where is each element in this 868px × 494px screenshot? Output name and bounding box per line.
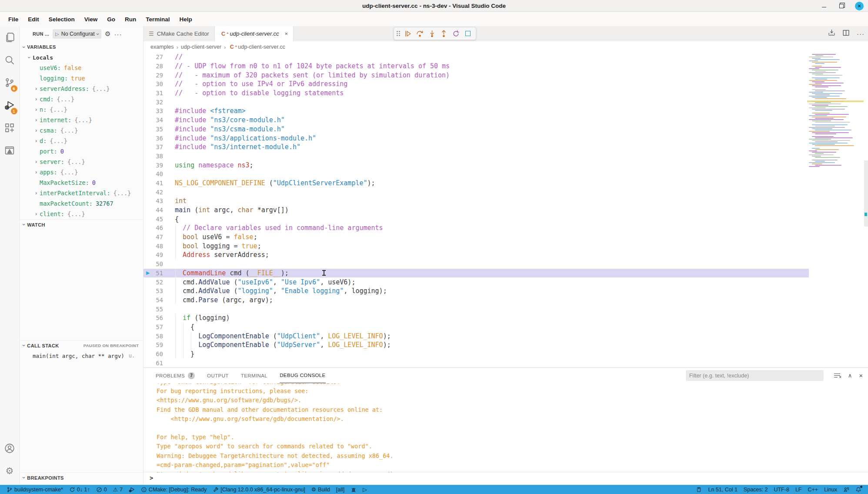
variable-internet[interactable]: ›internet:{...}	[20, 115, 143, 125]
variable-useV6[interactable]: useV6:false	[20, 63, 143, 73]
variables-section-header[interactable]: › VARIABLES	[20, 42, 143, 52]
gutter[interactable]: 59	[144, 340, 175, 350]
breadcrumb-item[interactable]: udp-client-server.cc	[238, 44, 285, 50]
code-area[interactable]: 27//28// - UDP flow from n0 to n1 of 102…	[144, 53, 868, 367]
gutter[interactable]: 49	[144, 250, 175, 260]
variable-n[interactable]: ›n:{...}	[20, 104, 143, 115]
info-item[interactable]: CMake: [Debug]: Ready	[138, 485, 210, 494]
variable-MaxPacketSize[interactable]: MaxPacketSize:0	[20, 177, 143, 188]
code-line[interactable]: 45{	[144, 214, 809, 224]
gutter[interactable]: 46	[144, 224, 175, 233]
more-actions-icon[interactable]: ···	[114, 30, 122, 38]
gutter[interactable]: 31	[144, 89, 175, 98]
maximize-panel-icon[interactable]: ∧	[848, 372, 852, 379]
menu-selection[interactable]: Selection	[45, 14, 79, 24]
gutter[interactable]: 50	[144, 260, 175, 269]
gutter[interactable]: 29	[144, 70, 175, 80]
error-item[interactable]: 0	[93, 485, 110, 494]
console-filter-input[interactable]: Filter (e.g. text, !exclude)	[686, 370, 824, 381]
status-ln-51-col-1[interactable]: Ln 51, Col 1	[705, 485, 740, 494]
panel-tab-output[interactable]: OUTPUT	[207, 368, 229, 383]
code-line[interactable]: 28// - UDP flow from n0 to n1 of 1024 by…	[144, 62, 809, 71]
gutter[interactable]: 55	[144, 304, 175, 314]
step-over-icon[interactable]	[415, 28, 425, 39]
close-panel-icon[interactable]: ×	[859, 372, 863, 379]
code-line[interactable]: 56 if (logging)	[144, 314, 809, 323]
code-line[interactable]: 57 {	[144, 323, 809, 332]
variable-client[interactable]: ›client:{...}	[20, 209, 143, 219]
code-line[interactable]: 47 bool useV6 = false;	[144, 233, 809, 242]
split-editor-icon[interactable]	[842, 29, 850, 38]
gutter[interactable]: 58	[144, 331, 175, 340]
code-line[interactable]: 43int	[144, 197, 809, 206]
stop-icon[interactable]	[463, 28, 473, 39]
activity-extensions-icon[interactable]	[0, 117, 20, 139]
gutter[interactable]: 35	[144, 125, 175, 134]
code-line[interactable]: 40	[144, 170, 809, 179]
gutter[interactable]: 60	[144, 350, 175, 359]
gutter[interactable]: 40	[144, 170, 175, 179]
variable-cmd[interactable]: ›cmd:{...}	[20, 94, 143, 104]
activity-settings-gear-icon[interactable]: ⚙	[0, 460, 20, 482]
code-line[interactable]: 36#include "ns3/applications-module.h"	[144, 134, 809, 143]
code-line[interactable]: 61	[144, 358, 809, 367]
gutter[interactable]: 47	[144, 233, 175, 242]
menu-help[interactable]: Help	[176, 14, 196, 24]
step-into-icon[interactable]	[427, 28, 437, 39]
gutter[interactable]: 43	[144, 197, 175, 206]
scope-locals[interactable]: › Locals	[20, 52, 143, 63]
play-icon[interactable]: ▷	[360, 485, 370, 494]
minimap[interactable]	[809, 53, 862, 169]
code-line[interactable]: 53 cmd.AddValue ("logging", "Enable logg…	[144, 287, 809, 296]
gutter[interactable]: 44	[144, 206, 175, 215]
code-line[interactable]: 29// - maximum of 320 packets sent (or l…	[144, 70, 809, 80]
variable-d[interactable]: ›d:{...}	[20, 136, 143, 146]
status--all-[interactable]: [all]	[333, 485, 347, 494]
code-line[interactable]: 50	[144, 260, 809, 269]
package-icon[interactable]	[693, 485, 705, 494]
code-line[interactable]: 55	[144, 304, 809, 314]
panel-tab-problems[interactable]: PROBLEMS7	[156, 368, 195, 383]
code-line[interactable]: 59 LogComponentEnable ("UdpServer", LOG_…	[144, 340, 809, 350]
breadcrumb-item[interactable]: examples	[150, 44, 174, 50]
code-line[interactable]: 41NS_LOG_COMPONENT_DEFINE ("UdpClientSer…	[144, 179, 809, 188]
code-line[interactable]: 49 Address serverAddress;	[144, 250, 809, 260]
code-line[interactable]: 38	[144, 152, 809, 161]
code-line[interactable]: 39using namespace ns3;	[144, 160, 809, 170]
feedback-icon[interactable]	[840, 485, 852, 494]
code-line[interactable]: 30// - option to use IPv4 or IPv6 addres…	[144, 80, 809, 89]
stack-frame[interactable]: main(int argc, char ** argv) u.	[20, 350, 143, 361]
desktop-download-icon[interactable]	[828, 29, 835, 38]
code-line[interactable]: 35#include "ns3/csma-module.h"	[144, 125, 809, 134]
editor-scrollbar[interactable]	[864, 160, 868, 227]
code-line[interactable]: 31// - option to disable logging stateme…	[144, 89, 809, 98]
restart-icon[interactable]	[451, 28, 461, 39]
code-line[interactable]: 32	[144, 97, 809, 107]
gear-icon[interactable]: ⚙	[105, 30, 110, 38]
variable-csma[interactable]: ›csma:{...}	[20, 125, 143, 136]
breadcrumb[interactable]: examples›udp-client-server›Cudp-client-s…	[144, 41, 868, 53]
activity-search-icon[interactable]	[0, 49, 20, 71]
gutter[interactable]: 48	[144, 241, 175, 250]
gutter[interactable]: ▶51	[144, 269, 175, 278]
code-line[interactable]: 34#include "ns3/core-module.h"	[144, 116, 809, 125]
start-debug-icon[interactable]: ▷	[55, 31, 59, 37]
minimize-icon[interactable]	[820, 2, 828, 10]
watch-section-header[interactable]: › WATCH	[20, 219, 143, 230]
code-line-current[interactable]: ▶51 CommandLine cmd (__FILE__);	[144, 269, 809, 278]
gutter[interactable]: 36	[144, 134, 175, 143]
step-out-icon[interactable]	[439, 28, 449, 39]
variable-apps[interactable]: ›apps:{...}	[20, 167, 143, 177]
code-line[interactable]: 44main (int argc, char *argv[])	[144, 206, 809, 215]
more-actions-icon[interactable]: ···	[857, 30, 865, 38]
menu-go[interactable]: Go	[103, 14, 119, 24]
gutter[interactable]: 27	[144, 53, 175, 62]
code-line[interactable]: 27//	[144, 53, 809, 62]
gutter[interactable]: 32	[144, 97, 175, 107]
gutter[interactable]: 56	[144, 314, 175, 323]
menu-view[interactable]: View	[80, 14, 102, 24]
tab-udp-client-server-cc[interactable]: Cudp-client-server.cc×	[215, 26, 294, 41]
gutter[interactable]: 38	[144, 152, 175, 161]
variable-serverAddress[interactable]: ›serverAddress:{...}	[20, 83, 143, 94]
gutter[interactable]: 53	[144, 287, 175, 296]
